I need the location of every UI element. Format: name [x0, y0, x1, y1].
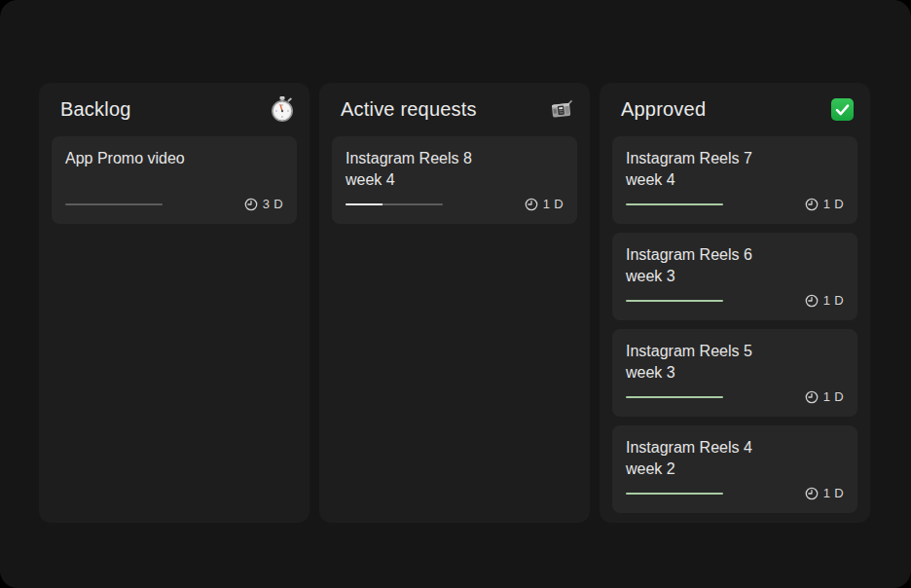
card-footer: 3 D	[65, 197, 283, 211]
clock-icon	[805, 294, 819, 308]
duration-text: 1 D	[823, 389, 844, 404]
progress-bar	[626, 396, 723, 398]
task-card[interactable]: Instagram Reels 6 week 3 1 D	[612, 233, 857, 320]
column-active-requests-header: Active requests	[319, 83, 590, 136]
column-backlog: Backlog	[39, 83, 310, 523]
column-approved-header: Approved	[600, 83, 870, 136]
card-title: App Promo video	[65, 148, 283, 169]
column-backlog-header: Backlog	[39, 83, 310, 136]
kanban-board: Backlog	[0, 0, 911, 523]
card-footer: 1 D	[626, 389, 844, 404]
duration-badge: 1 D	[805, 293, 844, 308]
stopwatch-icon	[269, 95, 295, 123]
clock-icon	[805, 390, 819, 404]
duration-badge: 1 D	[805, 486, 844, 500]
card-footer: 1 D	[346, 197, 564, 211]
task-card[interactable]: App Promo video 3 D	[52, 136, 297, 224]
duration-badge: 3 D	[244, 197, 283, 211]
duration-text: 1 D	[543, 197, 564, 211]
progress-bar	[626, 493, 723, 495]
clock-icon	[805, 198, 819, 211]
clock-icon	[244, 198, 258, 211]
column-title: Approved	[621, 95, 706, 123]
card-title: Instagram Reels 4 week 2	[626, 437, 844, 480]
card-title: Instagram Reels 7 week 4	[626, 148, 844, 191]
duration-badge: 1 D	[805, 389, 844, 404]
kanban-board-page: Backlog	[0, 0, 911, 588]
duration-text: 1 D	[823, 197, 844, 211]
task-card[interactable]: Instagram Reels 4 week 2 1 D	[612, 425, 857, 513]
duration-text: 1 D	[823, 486, 844, 500]
card-footer: 1 D	[626, 486, 844, 500]
card-footer: 1 D	[626, 197, 844, 211]
column-title: Active requests	[341, 95, 477, 123]
card-title: Instagram Reels 8 week 4	[346, 148, 564, 191]
task-card[interactable]: Instagram Reels 5 week 3 1 D	[612, 329, 857, 417]
column-active-requests: Active requests	[319, 83, 590, 523]
progress-bar	[626, 203, 723, 205]
card-list: App Promo video 3 D	[39, 136, 310, 236]
duration-badge: 1 D	[525, 197, 564, 211]
task-card[interactable]: Instagram Reels 8 week 4 1 D	[332, 136, 577, 224]
card-list: Instagram Reels 8 week 4 1 D	[319, 136, 590, 236]
progress-bar	[346, 203, 443, 205]
clock-icon	[805, 487, 819, 500]
card-title: Instagram Reels 6 week 3	[626, 244, 844, 287]
clock-icon	[525, 198, 538, 211]
duration-badge: 1 D	[805, 197, 844, 211]
progress-bar	[626, 300, 723, 302]
column-title: Backlog	[60, 95, 131, 123]
duration-text: 1 D	[823, 293, 844, 308]
video-camera-icon	[549, 95, 575, 123]
card-footer: 1 D	[626, 293, 844, 308]
duration-text: 3 D	[263, 197, 283, 211]
card-title: Instagram Reels 5 week 3	[626, 341, 844, 384]
column-approved: Approved	[600, 83, 870, 523]
task-card[interactable]: Instagram Reels 7 week 4 1 D	[612, 136, 857, 224]
progress-bar	[65, 203, 163, 205]
card-list: Instagram Reels 7 week 4 1 D	[600, 136, 870, 525]
check-mark-icon	[829, 95, 856, 123]
